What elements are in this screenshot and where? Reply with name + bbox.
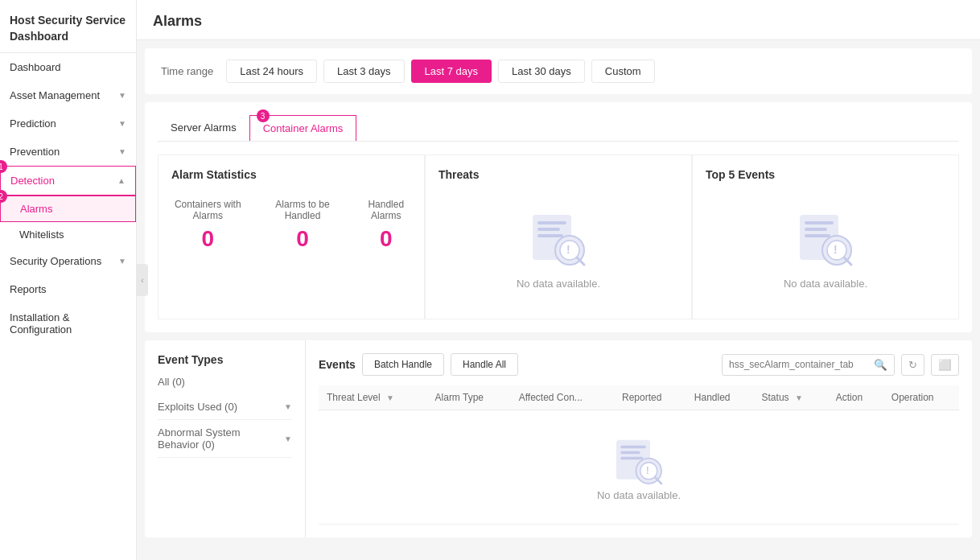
event-types-title: Event Types bbox=[158, 353, 292, 366]
time-btn-7d[interactable]: Last 7 days bbox=[411, 60, 492, 83]
sidebar-item-prevention[interactable]: Prevention ▼ bbox=[0, 138, 136, 166]
chevron-right-icon: ▼ bbox=[118, 257, 126, 266]
threats-title: Threats bbox=[439, 168, 678, 181]
col-reported: Reported bbox=[614, 385, 686, 410]
events-table: Threat Level ▼ Alarm Type Affected Con..… bbox=[319, 385, 959, 525]
svg-rect-19 bbox=[620, 457, 643, 460]
table-no-data-icon: ! bbox=[611, 433, 667, 489]
alarm-statistics-card: Alarm Statistics Containers with Alarms … bbox=[158, 154, 425, 319]
col-operation: Operation bbox=[883, 385, 959, 410]
chevron-up-icon: ▲ bbox=[117, 176, 126, 185]
events-header: Events Batch Handle Handle All 🔍 ↻ ⬜ bbox=[319, 353, 959, 376]
threats-no-data: ! No data available. bbox=[439, 191, 678, 306]
sidebar-item-detection[interactable]: 1 Detection ▲ bbox=[0, 166, 136, 196]
event-type-abnormal[interactable]: Abnormal System Behavior (0) ▼ bbox=[158, 420, 292, 458]
sidebar-item-prediction[interactable]: Prediction ▼ bbox=[0, 109, 136, 138]
sidebar-item-security-operations[interactable]: Security Operations ▼ bbox=[0, 247, 136, 275]
svg-rect-1 bbox=[537, 221, 566, 224]
chevron-right-icon: ▼ bbox=[118, 119, 126, 128]
time-btn-3d[interactable]: Last 3 days bbox=[323, 60, 405, 83]
sidebar: Host Security Service Dashboard Dashboar… bbox=[0, 0, 137, 560]
tabs: Server Alarms 3 Container Alarms bbox=[158, 115, 959, 142]
table-no-data-text: No data available. bbox=[597, 489, 681, 501]
svg-rect-11 bbox=[805, 234, 830, 237]
sidebar-subitem-alarms[interactable]: 2 Alarms bbox=[0, 196, 136, 222]
sidebar-item-installation[interactable]: Installation & Configuration bbox=[0, 303, 136, 344]
col-threat-level: Threat Level ▼ bbox=[319, 385, 427, 410]
expand-arrow-icon-2: ▼ bbox=[284, 434, 292, 443]
svg-rect-3 bbox=[537, 234, 563, 237]
tab-server-alarms[interactable]: Server Alarms bbox=[158, 115, 249, 141]
svg-rect-10 bbox=[805, 228, 827, 231]
alarms-to-be-handled: Alarms to be Handled 0 bbox=[268, 199, 336, 252]
svg-text:!: ! bbox=[566, 243, 570, 256]
sidebar-item-asset-management[interactable]: Asset Management ▼ bbox=[0, 81, 136, 109]
sidebar-item-reports[interactable]: Reports bbox=[0, 275, 136, 303]
tab-container-alarms[interactable]: 3 Container Alarms bbox=[249, 115, 357, 141]
no-data-icon: ! bbox=[526, 207, 591, 271]
sidebar-collapse-button[interactable]: ‹ bbox=[137, 264, 148, 296]
badge-1: 1 bbox=[0, 160, 7, 173]
svg-rect-2 bbox=[537, 228, 560, 231]
col-alarm-type: Alarm Type bbox=[427, 385, 511, 410]
svg-rect-9 bbox=[805, 221, 834, 224]
main-content: Alarms Time range Last 24 hours Last 3 d… bbox=[137, 0, 980, 560]
threats-no-data-text: No data available. bbox=[517, 278, 600, 290]
svg-rect-17 bbox=[620, 446, 646, 449]
time-range-label: Time range bbox=[161, 65, 213, 77]
content-area: Server Alarms 3 Container Alarms Alarm S… bbox=[145, 102, 972, 332]
search-icon-button[interactable]: 🔍 bbox=[867, 355, 894, 375]
filter-icon-status[interactable]: ▼ bbox=[795, 393, 803, 402]
events-panel: Events Batch Handle Handle All 🔍 ↻ ⬜ Thr… bbox=[306, 340, 972, 537]
bottom-section: Event Types All (0) Exploits Used (0) ▼ … bbox=[145, 340, 972, 537]
no-data-icon-2: ! bbox=[793, 207, 858, 271]
svg-text:!: ! bbox=[834, 243, 838, 256]
export-button[interactable]: ⬜ bbox=[931, 354, 959, 376]
svg-text:!: ! bbox=[646, 465, 649, 476]
event-types-panel: Event Types All (0) Exploits Used (0) ▼ … bbox=[145, 340, 306, 537]
handle-all-button[interactable]: Handle All bbox=[451, 353, 518, 376]
filter-icon-threat[interactable]: ▼ bbox=[386, 393, 394, 402]
top5events-title: Top 5 Events bbox=[706, 168, 945, 181]
handled-alarms-value: 0 bbox=[361, 226, 411, 252]
alarms-to-be-handled-value: 0 bbox=[268, 226, 336, 252]
events-title: Events bbox=[319, 358, 356, 371]
batch-handle-button[interactable]: Batch Handle bbox=[362, 353, 444, 376]
expand-arrow-icon: ▼ bbox=[284, 402, 292, 411]
table-no-data-row: ! No data available. bbox=[319, 410, 959, 525]
time-range-bar: Time range Last 24 hours Last 3 days Las… bbox=[145, 48, 972, 94]
page-header: Alarms bbox=[137, 0, 980, 40]
time-btn-30d[interactable]: Last 30 days bbox=[498, 60, 585, 83]
alarms-to-be-handled-label: Alarms to be Handled bbox=[268, 199, 336, 221]
handled-alarms: Handled Alarms 0 bbox=[361, 199, 411, 252]
threats-card: Threats ! No data available. bbox=[425, 154, 692, 319]
time-btn-custom[interactable]: Custom bbox=[591, 60, 655, 83]
svg-rect-18 bbox=[620, 451, 640, 455]
time-btn-24h[interactable]: Last 24 hours bbox=[226, 60, 317, 83]
handled-alarms-label: Handled Alarms bbox=[361, 199, 411, 221]
col-status: Status ▼ bbox=[754, 385, 828, 410]
event-type-all: All (0) bbox=[158, 376, 292, 388]
stats-grid: Alarm Statistics Containers with Alarms … bbox=[158, 154, 959, 319]
badge-2: 2 bbox=[0, 190, 7, 203]
search-input[interactable] bbox=[723, 355, 867, 374]
chevron-right-icon: ▼ bbox=[118, 147, 126, 156]
containers-with-alarms-value: 0 bbox=[171, 226, 244, 252]
alarm-statistics-title: Alarm Statistics bbox=[171, 168, 411, 181]
top5events-no-data-text: No data available. bbox=[784, 278, 867, 290]
sidebar-item-dashboard[interactable]: Dashboard bbox=[0, 53, 136, 81]
containers-with-alarms-label: Containers with Alarms bbox=[171, 199, 244, 221]
refresh-button[interactable]: ↻ bbox=[901, 354, 924, 376]
badge-3: 3 bbox=[257, 109, 270, 122]
col-action: Action bbox=[828, 385, 883, 410]
table-no-data-content: ! No data available. bbox=[327, 417, 951, 517]
chevron-right-icon: ▼ bbox=[118, 91, 126, 100]
event-type-exploits[interactable]: Exploits Used (0) ▼ bbox=[158, 394, 292, 420]
col-handled: Handled bbox=[686, 385, 754, 410]
top5events-card: Top 5 Events ! No data available. bbox=[692, 154, 959, 319]
col-affected-con: Affected Con... bbox=[511, 385, 614, 410]
top5events-no-data: ! No data available. bbox=[706, 191, 945, 306]
alarm-stats-content: Containers with Alarms 0 Alarms to be Ha… bbox=[171, 191, 411, 260]
sidebar-subitem-whitelists[interactable]: Whitelists bbox=[0, 222, 136, 247]
sidebar-title: Host Security Service Dashboard bbox=[0, 0, 136, 53]
